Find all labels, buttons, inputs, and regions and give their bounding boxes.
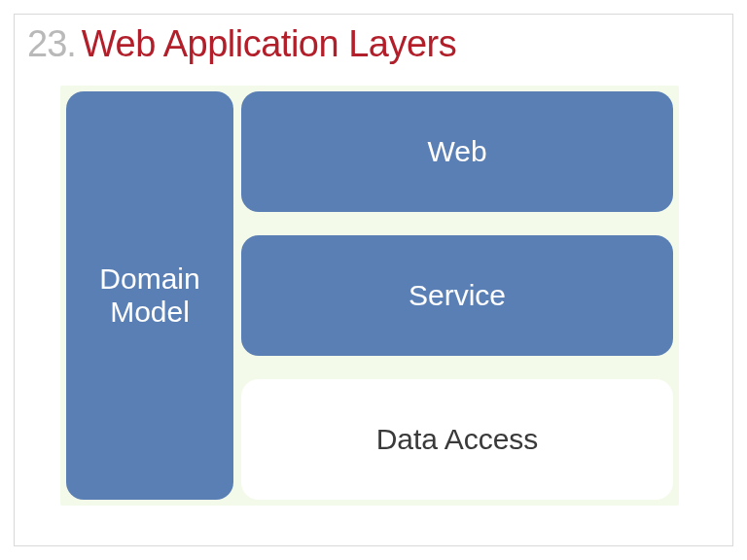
layer-data-access-label: Data Access — [376, 423, 539, 457]
layer-web-label: Web — [427, 135, 486, 169]
layer-service-label: Service — [409, 279, 506, 313]
layer-domain-model: DomainModel — [66, 91, 233, 500]
layers-diagram: DomainModel Web Service Data Access — [60, 86, 679, 506]
slide-title: Web Application Layers — [82, 23, 456, 65]
layer-web: Web — [241, 91, 673, 212]
slide-number: 23. — [27, 23, 76, 65]
layer-service: Service — [241, 235, 673, 356]
layer-data-access: Data Access — [241, 379, 673, 500]
title-row: 23. Web Application Layers — [27, 23, 720, 65]
layer-domain-model-label: DomainModel — [99, 262, 199, 330]
slide: 23. Web Application Layers DomainModel W… — [0, 0, 747, 560]
